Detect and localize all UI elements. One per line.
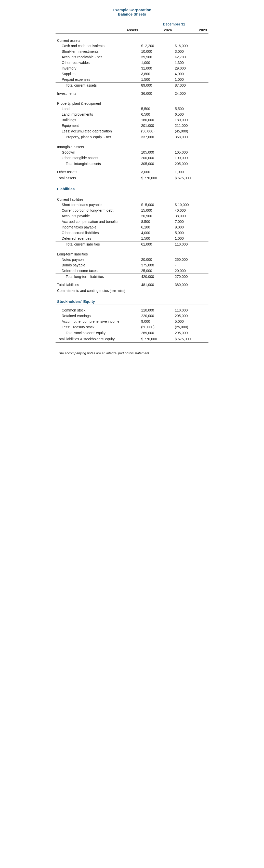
oal-2023: 5,000: [173, 230, 208, 236]
tse-2024: 289,000: [140, 330, 173, 336]
ar-2024: 39,500: [140, 54, 173, 60]
ta-label: Total assets: [56, 175, 140, 181]
tse-2023: 295,000: [173, 330, 208, 336]
or-2023: 1,300: [173, 60, 208, 65]
footnote: The accompanying notes are an integral p…: [56, 351, 208, 355]
table-row: Prepaid expenses 1,500 1,000: [56, 77, 208, 83]
ti-label: Total intangible assets: [56, 161, 140, 167]
table-row: Less: Treasury stock (50,000) (25,000): [56, 324, 208, 330]
dit-2024: 25,000: [140, 268, 173, 274]
sup-2023: 4,000: [173, 71, 208, 77]
cs-2023: 110,000: [173, 307, 208, 313]
table-row: Accounts receivable - net 39,500 42,700: [56, 54, 208, 60]
bp-label: Bonds payable: [56, 262, 140, 268]
table-row: Goodwill 105,000 105,000: [56, 150, 208, 155]
acb-label: Accrued compensation and benefits: [56, 219, 140, 224]
land-label: Land: [56, 106, 140, 112]
table-row: Supplies 3,800 4,000: [56, 71, 208, 77]
table-row: Other receivables 1,000 1,300: [56, 60, 208, 65]
table-row: Current portion of long-term debt 15,000…: [56, 208, 208, 213]
cpltd-2023: 40,000: [173, 208, 208, 213]
aoci-2024: 9,000: [140, 319, 173, 324]
date-label: December 31: [140, 21, 208, 27]
dr-2024: 1,500: [140, 236, 173, 242]
stlp-2023: $ 10,000: [173, 202, 208, 208]
spacer: [56, 279, 208, 282]
re-2023: 205,000: [173, 313, 208, 319]
table-row: Short-term investments 10,000 3,000: [56, 49, 208, 54]
tca-2023: 87,000: [173, 83, 208, 88]
oa-2023: 1,000: [173, 169, 208, 175]
year-2024-header: 2024: [140, 27, 173, 33]
table-row: Income taxes payable 6,100 9,000: [56, 224, 208, 230]
inv-label: Inventory: [56, 65, 140, 71]
sti-2024: 10,000: [140, 49, 173, 54]
inv-2024: 31,000: [140, 65, 173, 71]
spacer: [56, 342, 208, 347]
bp-2023: -: [173, 262, 208, 268]
oa-label: Other assets: [56, 169, 140, 175]
bldg-label: Buildings: [56, 117, 140, 123]
table-row: Accounts payable 20,900 38,000: [56, 213, 208, 219]
total-liabilities-row: Total liabilities 481,000 380,000: [56, 282, 208, 288]
ar-label: Accounts receivable - net: [56, 54, 140, 60]
table-row: Deferred revenues 1,500 1,000: [56, 236, 208, 242]
current-liabilities-header: Current liabilities: [56, 195, 208, 202]
total-intangibles-row: Total intangible assets 305,000 205,000: [56, 161, 208, 167]
aoci-label: Accum other comprehensive income: [56, 319, 140, 324]
itp-2024: 6,100: [140, 224, 173, 230]
stlp-label: Short-term loans payable: [56, 202, 140, 208]
oia-2023: 100,000: [173, 155, 208, 161]
spacer: [56, 247, 208, 250]
re-2024: 220,000: [140, 313, 173, 319]
np-2024: 20,000: [140, 257, 173, 262]
tl-label: Total liabilities: [56, 282, 140, 288]
tse-label: Total stockholders' equity: [56, 330, 140, 336]
equip-2023: 211,000: [173, 123, 208, 128]
inv-2024: 36,000: [140, 91, 173, 96]
tl-2023: 380,000: [173, 282, 208, 288]
acb-2024: 8,500: [140, 219, 173, 224]
tll-2024: 420,000: [140, 274, 173, 279]
table-row: Retained earnings 220,000 205,000: [56, 313, 208, 319]
goodwill-2024: 105,000: [140, 150, 173, 155]
ts-label: Less: Treasury stock: [56, 324, 140, 330]
ppe-header: Property, plant & equipment: [56, 99, 208, 106]
or-label: Other receivables: [56, 60, 140, 65]
bp-2024: 375,000: [140, 262, 173, 268]
current-assets-header-row: Current assets: [56, 36, 208, 43]
landi-2024: 6,500: [140, 112, 173, 117]
aoci-2023: 5,000: [173, 319, 208, 324]
itp-2023: 9,000: [173, 224, 208, 230]
ppe-net-2023: 358,000: [173, 134, 208, 140]
commitments-see-notes: (see notes): [110, 289, 125, 292]
tle-label: Total liabilities & stockholders' equity: [56, 336, 140, 342]
page-title: Example Corporation Balance Sheets: [5, 8, 259, 16]
longterm-liabilities-header-row: Long-term liabilities: [56, 250, 208, 257]
commitments-label: Commitments and contingencies: [57, 288, 109, 292]
ta-2023: $ 675,000: [173, 175, 208, 181]
date-header-row: December 31: [56, 21, 208, 27]
table-row: Land 5,500 5,500: [56, 106, 208, 112]
total-equity-row: Total stockholders' equity 289,000 295,0…: [56, 330, 208, 336]
dit-label: Deferred income taxes: [56, 268, 140, 274]
itp-label: Income taxes payable: [56, 224, 140, 230]
inv-2023: 24,000: [173, 91, 208, 96]
or-2024: 1,000: [140, 60, 173, 65]
cash-2023: $ 6,000: [173, 43, 208, 49]
liabilities-header: Liabilities: [57, 187, 75, 191]
intangibles-header-row: Intangible assets: [56, 143, 208, 150]
ppe-net-2024: 337,000: [140, 134, 173, 140]
cs-label: Common stock: [56, 307, 140, 313]
ppe-header-row: Property, plant & equipment: [56, 99, 208, 106]
table-row: Land improvements 6,500 6,500: [56, 112, 208, 117]
ap-2024: 20,900: [140, 213, 173, 219]
bldg-2023: 180,000: [173, 117, 208, 123]
dr-label: Deferred revenues: [56, 236, 140, 242]
landi-label: Land improvements: [56, 112, 140, 117]
total-current-assets-row: Total current assets 89,000 87,000: [56, 83, 208, 88]
cs-2024: 110,000: [140, 307, 173, 313]
assets-col-header: Assets: [56, 27, 140, 33]
tcl-2024: 61,000: [140, 241, 173, 247]
tle-2024: $ 770,000: [140, 336, 173, 342]
